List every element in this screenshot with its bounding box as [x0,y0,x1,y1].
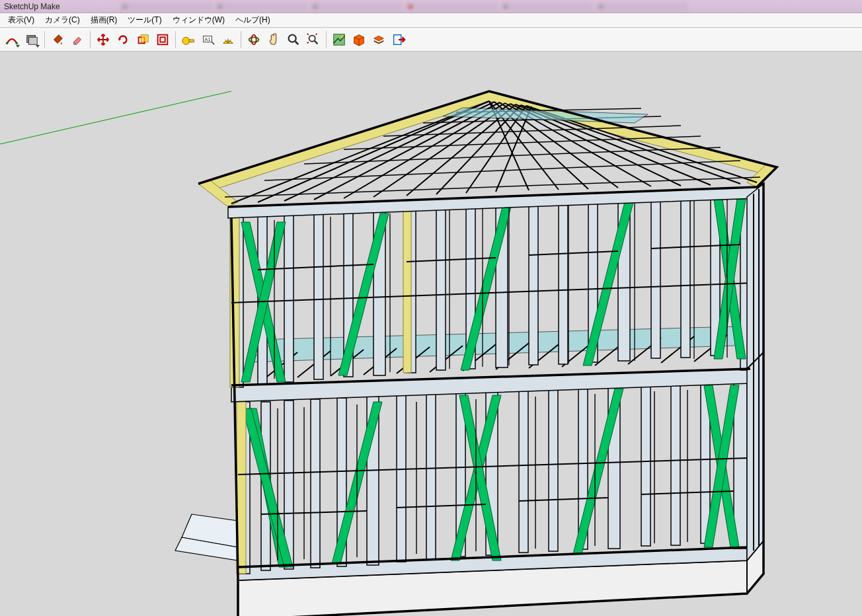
svg-rect-84 [284,214,294,382]
zoom-extents-tool[interactable] [304,30,323,49]
svg-marker-124 [228,187,757,218]
zoom-tool[interactable] [284,30,303,49]
menu-window[interactable]: ウィンドウ(W) [167,13,230,27]
export-tool[interactable] [389,30,408,49]
svg-rect-85 [314,213,323,379]
svg-point-1 [16,42,19,44]
menu-draw[interactable]: 描画(R) [85,13,123,27]
svg-rect-40 [671,385,680,545]
svg-point-15 [309,35,315,41]
toolbar: A1 [0,28,862,52]
svg-point-14 [289,34,296,42]
menu-view[interactable]: 表示(V) [3,13,40,27]
section-tool[interactable] [350,30,368,49]
eraser-tool[interactable] [68,30,87,49]
titlebar: SketchUp Make [0,0,862,13]
protractor-tool[interactable] [219,30,237,49]
svg-marker-155 [747,184,764,560]
pan-tool[interactable] [264,30,283,49]
svg-point-0 [6,42,9,44]
menu-camera[interactable]: カメラ(C) [40,13,85,27]
app-title: SketchUp Make [4,2,60,11]
paint-bucket-tool[interactable] [48,30,67,49]
menubar: 表示(V) カメラ(C) 描画(R) ツール(T) ウィンドウ(W) ヘルプ(H… [0,13,862,28]
top-plate [228,187,757,218]
svg-rect-92 [529,204,538,365]
svg-rect-9 [189,40,194,42]
svg-rect-32 [426,394,436,559]
svg-rect-93 [559,203,568,364]
svg-rect-35 [519,390,528,553]
viewport-3d[interactable] [0,52,862,616]
right-wall [747,184,764,560]
svg-line-113 [231,283,754,303]
svg-point-17 [341,35,344,38]
svg-rect-7 [160,37,165,42]
shapes-tool[interactable] [22,30,41,49]
svg-rect-97 [681,199,690,358]
menu-help[interactable]: ヘルプ(H) [230,13,276,27]
svg-rect-28 [311,399,320,568]
layers-tool[interactable] [370,30,388,49]
rotate-tool[interactable] [114,30,132,49]
svg-rect-42 [734,383,747,549]
svg-rect-3 [28,37,37,44]
move-tool[interactable] [94,30,112,49]
background-tabs [120,2,688,11]
svg-rect-36 [549,389,558,551]
svg-rect-39 [641,386,650,546]
text-tool[interactable]: A1 [199,30,217,49]
svg-rect-5 [141,34,148,42]
tape-measure-tool[interactable] [179,30,198,49]
svg-rect-31 [397,395,406,562]
svg-rect-6 [158,34,168,44]
offset-tool[interactable] [153,30,172,49]
svg-point-12 [249,37,259,42]
arc-tool[interactable] [3,30,21,49]
svg-line-111 [529,251,618,255]
svg-rect-89 [436,208,446,370]
svg-point-13 [251,34,256,44]
orbit-tool[interactable] [245,30,263,49]
svg-marker-108 [403,209,411,373]
position-camera-tool[interactable] [330,30,348,49]
svg-text:A1: A1 [205,36,211,42]
axis-line [0,91,231,144]
menu-tools[interactable]: ツール(T) [122,13,167,27]
scale-tool[interactable] [134,30,152,49]
svg-point-8 [182,37,190,44]
svg-rect-96 [651,200,660,358]
